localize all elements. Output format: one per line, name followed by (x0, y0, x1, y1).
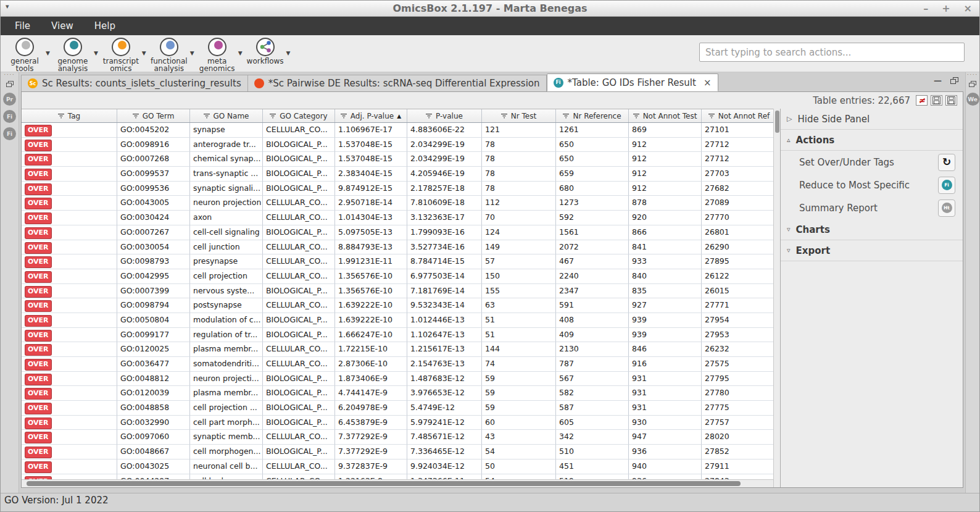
toolbar-button-workflows[interactable]: workflows▼ (245, 36, 291, 72)
table-row[interactable]: OVERGO:0048812neuron projecti...BIOLOGIC… (22, 372, 773, 387)
save-table-icon[interactable] (931, 95, 942, 106)
export-section-header[interactable]: ▿ Export (781, 240, 963, 261)
column-header-go-category[interactable]: GO Category (263, 109, 335, 122)
horizontal-scrollbar[interactable] (22, 479, 773, 487)
table-row[interactable]: OVERGO:0048858cell projection ...BIOLOGI… (22, 401, 773, 416)
filter-icon[interactable] (58, 112, 65, 120)
filter-icon[interactable] (708, 112, 715, 120)
action-item-button[interactable]: Fi (938, 177, 955, 194)
filter-icon[interactable] (133, 112, 139, 120)
toolbar-button-general-tools-main[interactable]: general tools (4, 36, 45, 72)
column-header-not-annot-test[interactable]: Not Annot Test (629, 109, 702, 122)
toolbar-button-functional-analysis[interactable]: functional analysis▼ (149, 36, 194, 72)
dock-drag-handle[interactable]: ···· (4, 73, 15, 77)
dock-icon-fi[interactable]: Fi (3, 110, 16, 123)
chevron-down-icon[interactable]: ▼ (190, 50, 194, 56)
table-row[interactable]: OVERGO:0098793presynapseCELLULAR_CO...1.… (22, 254, 773, 269)
hide-side-panel-button[interactable]: ▷ Hide Side Panel (781, 109, 963, 130)
dock-icon-fi[interactable]: Fi (3, 127, 16, 140)
filter-icon[interactable] (426, 112, 433, 120)
menu-item-help[interactable]: Help (86, 18, 123, 34)
close-button[interactable]: × (964, 4, 972, 14)
table-row[interactable]: OVERGO:0098916anterograde tr...BIOLOGICA… (22, 138, 773, 153)
column-header-tag[interactable]: Tag (22, 109, 117, 122)
tab-close-icon[interactable]: × (704, 77, 712, 88)
action-item-button[interactable]: Ht (938, 199, 955, 217)
table-row[interactable]: OVERGO:0099177regulation of tr...BIOLOGI… (22, 328, 773, 343)
action-item-set-over-under-tags[interactable]: Set Over/Under Tags↻ (781, 151, 963, 174)
column-header-nr-reference[interactable]: Nr Reference (556, 109, 629, 122)
column-header-go-name[interactable]: GO Name (190, 109, 263, 122)
table-row[interactable]: OVERGO:0043025neuronal cell b...CELLULAR… (22, 460, 773, 474)
tab-2[interactable]: *Sc Pairwise DE Results: scRNA-seq Diffe… (248, 75, 547, 91)
table-row[interactable]: OVERGO:0097060synaptic memb...CELLULAR_C… (22, 430, 773, 445)
toolbar-button-workflows-main[interactable]: workflows (245, 36, 286, 65)
dock-drag-handle[interactable]: ···· (967, 73, 978, 77)
actions-section-header[interactable]: ▵ Actions (781, 130, 963, 151)
table-row[interactable]: OVERGO:0030424axonCELLULAR_CO...1.014304… (22, 211, 773, 225)
filter-icon[interactable] (204, 112, 210, 120)
filter-icon[interactable] (270, 112, 276, 120)
column-header-go-term[interactable]: GO Term (117, 109, 190, 122)
table-row[interactable]: OVERGO:0007399nervous syste...BIOLOGICAL… (22, 284, 773, 299)
action-item-summary-report[interactable]: Summary ReportHt (781, 196, 963, 219)
vertical-scrollbar[interactable] (773, 109, 780, 487)
toolbar-button-genome-analysis[interactable]: genome analysis▼ (52, 36, 98, 72)
toolbar-button-transcript-omics-main[interactable]: transcript omics (101, 36, 141, 72)
action-item-button[interactable]: ↻ (938, 154, 955, 171)
toolbar-button-meta-genomics[interactable]: meta genomics▼ (197, 36, 243, 72)
tab-3[interactable]: Fi*Table: GO IDs Fisher Result× (547, 73, 718, 91)
table-row[interactable]: OVERGO:0043005neuron projectionCELLULAR_… (22, 196, 773, 211)
table-row[interactable]: OVERGO:0045202synapseCELLULAR_CO...1.106… (22, 123, 773, 138)
charts-section-header[interactable]: ▿ Charts (781, 219, 963, 240)
action-item-reduce-to-most-specific[interactable]: Reduce to Most SpecificFi (781, 174, 963, 196)
table-row[interactable]: OVERGO:0050804modulation of c...BIOLOGIC… (22, 313, 773, 328)
chevron-down-icon[interactable]: ▼ (46, 50, 50, 56)
table-row[interactable]: OVERGO:0120039plasma membr...BIOLOGICAL_… (22, 386, 773, 401)
chevron-down-icon[interactable]: ▼ (142, 50, 146, 56)
toolbar-button-general-tools[interactable]: general tools▼ (4, 36, 50, 72)
view-restore-icon[interactable] (950, 77, 958, 85)
filter-icon[interactable] (563, 112, 570, 120)
toolbar-button-meta-genomics-main[interactable]: meta genomics (197, 36, 238, 72)
dock-icon-we[interactable]: We (966, 93, 979, 106)
tab-1[interactable]: ScSc Results: counts_islets_clustering_r… (21, 75, 248, 91)
filter-icon[interactable] (633, 112, 640, 120)
toolbar-button-genome-analysis-main[interactable]: genome analysis (52, 36, 93, 72)
restore-panel-icon[interactable] (6, 81, 14, 88)
horizontal-scrollbar-thumb[interactable] (27, 481, 741, 486)
minimize-button[interactable]: – (923, 4, 928, 14)
clear-filter-icon[interactable]: ≠ (916, 95, 928, 106)
column-header-not-annot-ref[interactable]: Not Annot Ref (702, 109, 777, 122)
filter-icon[interactable] (341, 112, 347, 120)
chevron-down-icon[interactable]: ▼ (286, 50, 291, 56)
table-row[interactable]: OVERGO:0036477somatodendriti...CELLULAR_… (22, 357, 773, 372)
table-row[interactable]: OVERGO:0099536synaptic signali...BIOLOGI… (22, 182, 773, 196)
table-row[interactable]: OVERGO:0048667cell morphogen...BIOLOGICA… (22, 445, 773, 460)
table-row[interactable]: OVERGO:0098794postsynapseCELLULAR_CO...1… (22, 298, 773, 313)
menu-item-view[interactable]: View (43, 18, 81, 34)
view-minimize-icon[interactable]: — (934, 78, 942, 83)
table-row[interactable]: OVERGO:0007267cell-cell signalingBIOLOGI… (22, 225, 773, 240)
menu-item-file[interactable]: File (7, 18, 38, 34)
maximize-button[interactable]: + (942, 4, 950, 14)
save-table-as-icon[interactable] (945, 95, 957, 106)
column-header-adj-p-value[interactable]: Adj. P-value▲ (335, 109, 407, 122)
restore-panel-icon[interactable] (969, 81, 976, 88)
table-row[interactable]: OVERGO:0042995cell projectionCELLULAR_CO… (22, 269, 773, 284)
table-row[interactable]: OVERGO:0030054cell junctionCELLULAR_CO..… (22, 240, 773, 255)
toolbar-button-transcript-omics[interactable]: transcript omics▼ (101, 36, 146, 72)
vertical-scrollbar-thumb[interactable] (775, 111, 779, 133)
table-row[interactable]: OVERGO:0120025plasma membr...CELLULAR_CO… (22, 342, 773, 357)
table-row[interactable]: OVERGO:0007268chemical synap...BIOLOGICA… (22, 152, 773, 167)
table-row[interactable]: OVERGO:0032990cell part morph...BIOLOGIC… (22, 416, 773, 430)
search-input[interactable] (699, 43, 965, 62)
table-row[interactable]: OVERGO:0099537trans-synaptic ...BIOLOGIC… (22, 167, 773, 182)
window-menu-caret-icon[interactable]: ▾ (6, 2, 9, 10)
chevron-down-icon[interactable]: ▼ (94, 50, 98, 56)
chevron-down-icon[interactable]: ▼ (238, 50, 243, 56)
table-row[interactable]: OVERGO:0044297cell bodyCELLULAR_CO...1.2… (22, 474, 773, 480)
column-header-nr-test[interactable]: Nr Test (482, 109, 556, 122)
toolbar-button-functional-analysis-main[interactable]: functional analysis (149, 36, 189, 72)
column-header-p-value[interactable]: P-value (407, 109, 482, 122)
